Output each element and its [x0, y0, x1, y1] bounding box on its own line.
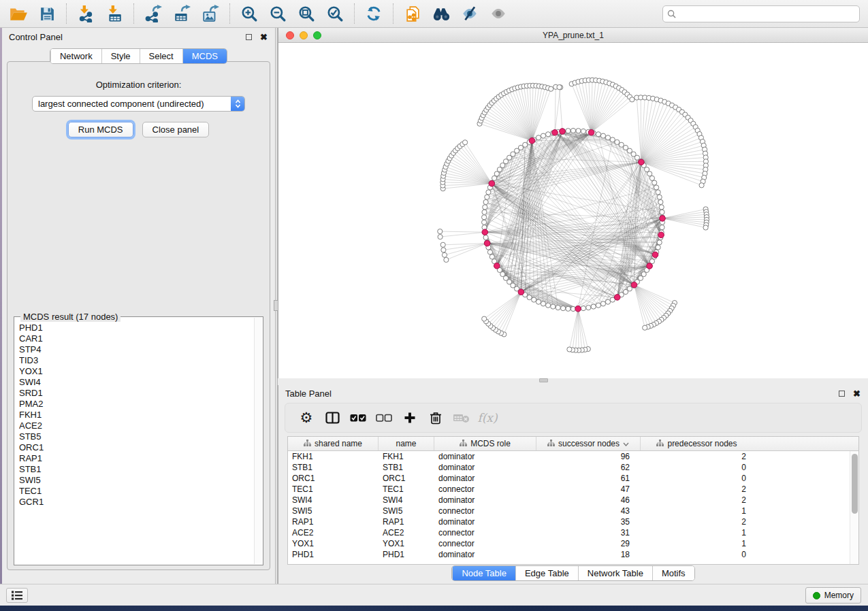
table-row[interactable]: ACE2ACE2connector311 — [288, 527, 858, 538]
save-session-button[interactable] — [33, 2, 61, 25]
network-titlebar[interactable]: YPA_prune.txt_1 — [278, 28, 868, 43]
mcds-result-node[interactable]: STP4 — [19, 344, 253, 355]
export-image-button[interactable] — [196, 2, 225, 25]
hide-panel-button[interactable] — [455, 2, 484, 25]
status-bar: Memory — [0, 584, 868, 606]
mcds-result-node[interactable]: GCR1 — [19, 497, 253, 508]
share-document-button[interactable] — [398, 2, 427, 25]
mcds-result-node[interactable]: STB1 — [19, 464, 253, 475]
import-network-button[interactable] — [71, 2, 100, 25]
table-tab[interactable]: Network Table — [578, 566, 652, 580]
table-row[interactable]: FKH1FKH1dominator962 — [288, 451, 858, 462]
mcds-result-node[interactable]: STB5 — [19, 431, 253, 442]
table-settings-button[interactable]: ⚙ — [293, 406, 319, 429]
float-table-panel-icon[interactable] — [837, 389, 846, 398]
zoom-fit-icon — [298, 5, 315, 22]
mcds-result-node[interactable]: SRD1 — [19, 388, 253, 399]
zoom-out-button[interactable] — [263, 2, 292, 25]
mcds-result-node[interactable]: TEC1 — [19, 486, 253, 497]
column-header[interactable]: name — [379, 437, 434, 450]
maximize-window-icon[interactable] — [313, 31, 321, 39]
control-panel-tab[interactable]: MCDS — [182, 49, 227, 63]
show-columns-button[interactable] — [319, 406, 345, 429]
horizontal-splitter-handle[interactable] — [539, 378, 548, 382]
mcds-result-node[interactable]: PHD1 — [19, 323, 253, 333]
table-tab[interactable]: Edge Table — [515, 566, 578, 580]
table-row[interactable]: TEC1TEC1connector472 — [288, 484, 858, 495]
mcds-result-node[interactable]: FKH1 — [19, 410, 253, 420]
cell-successor-nodes: 29 — [536, 538, 641, 549]
task-history-button[interactable] — [6, 588, 28, 603]
export-network-button[interactable] — [139, 2, 167, 25]
control-panel-tab[interactable]: Network — [50, 49, 101, 63]
network-graph[interactable] — [278, 43, 868, 378]
table-row[interactable]: SWI4SWI4dominator462 — [288, 495, 858, 506]
fx-icon: f(x) — [477, 411, 497, 425]
float-panel-icon[interactable] — [244, 33, 253, 42]
add-column-button[interactable] — [397, 406, 423, 429]
mcds-result-node[interactable]: PMA2 — [19, 399, 253, 410]
zoom-selected-button[interactable] — [321, 2, 349, 25]
import-table-button[interactable] — [100, 2, 129, 25]
result-scrollbar[interactable] — [254, 318, 262, 564]
export-table-button[interactable] — [167, 2, 196, 25]
close-window-icon[interactable] — [286, 31, 294, 39]
table-tab[interactable]: Node Table — [452, 566, 515, 580]
table-scrollbar[interactable] — [850, 451, 858, 564]
zoom-in-button[interactable] — [235, 2, 263, 25]
cytoscape-window: Control Panel ✖ NetworkStyleSelectMCDS O… — [0, 0, 868, 611]
control-panel-tab[interactable]: Style — [101, 49, 140, 63]
cell-shared-name: YOX1 — [288, 538, 379, 549]
mcds-result-node[interactable]: ACE2 — [19, 420, 253, 431]
search-input[interactable] — [679, 9, 855, 20]
horizontal-splitter[interactable] — [278, 378, 868, 385]
deselect-all-button[interactable] — [371, 406, 397, 429]
table-row[interactable]: STB1STB1dominator620 — [288, 462, 858, 473]
column-header[interactable]: successor nodes — [536, 437, 641, 450]
close-panel-icon[interactable]: ✖ — [259, 33, 268, 42]
mcds-result-node[interactable]: RAP1 — [19, 453, 253, 464]
column-header[interactable]: MCDS role — [434, 437, 536, 450]
delete-columns-button[interactable] — [423, 406, 449, 429]
mcds-result-node[interactable]: SWI4 — [19, 377, 253, 388]
refresh-button[interactable] — [359, 2, 388, 25]
mcds-result-node[interactable]: YOX1 — [19, 366, 253, 377]
table-tab[interactable]: Motifs — [652, 566, 694, 580]
table-scrollbar-thumb[interactable] — [852, 454, 858, 514]
open-session-button[interactable] — [4, 2, 33, 25]
mcds-result-node[interactable]: SWI5 — [19, 475, 253, 486]
run-mcds-button[interactable]: Run MCDS — [68, 122, 133, 137]
import-table-icon — [106, 5, 123, 22]
desktop-wallpaper-left — [0, 28, 2, 584]
table-row[interactable]: RAP1RAP1dominator352 — [288, 516, 858, 527]
function-builder-button[interactable]: f(x) — [475, 406, 500, 429]
select-all-button[interactable] — [345, 406, 371, 429]
mcds-result-node[interactable]: TID3 — [19, 355, 253, 366]
zoom-selected-icon — [326, 5, 344, 22]
cell-name: RAP1 — [379, 516, 434, 527]
control-panel-tab[interactable]: Select — [140, 49, 182, 63]
show-panel-button[interactable] — [484, 2, 513, 25]
mcds-result-node[interactable]: CAR1 — [19, 333, 253, 344]
cell-predecessor-nodes: 2 — [641, 484, 753, 495]
table-row[interactable]: YOX1YOX1connector291 — [288, 538, 858, 549]
column-header[interactable]: predecessor nodes — [641, 437, 753, 450]
close-mcds-panel-button[interactable]: Close panel — [142, 122, 210, 137]
delete-table-button[interactable] — [449, 406, 475, 429]
close-table-panel-icon[interactable]: ✖ — [852, 389, 861, 398]
column-header[interactable]: shared name — [288, 437, 379, 450]
global-search[interactable] — [662, 5, 860, 22]
criterion-dropdown[interactable]: largest connected component (undirected) — [32, 96, 245, 112]
memory-button[interactable]: Memory — [805, 587, 861, 604]
table-row[interactable]: ORC1ORC1dominator610 — [288, 473, 858, 484]
mcds-result-node[interactable]: ORC1 — [19, 442, 253, 453]
toolbar-separator — [393, 3, 393, 24]
table-row[interactable]: SWI5SWI5connector431 — [288, 506, 858, 516]
window-controls — [286, 31, 321, 39]
table-row[interactable]: PHD1PHD1dominator180 — [288, 549, 858, 560]
mcds-result-title: MCDS result (17 nodes) — [20, 312, 120, 322]
minimize-window-icon[interactable] — [300, 31, 308, 39]
search-network-button[interactable] — [427, 2, 455, 25]
zoom-fit-button[interactable] — [292, 2, 321, 25]
network-canvas[interactable] — [278, 43, 868, 378]
